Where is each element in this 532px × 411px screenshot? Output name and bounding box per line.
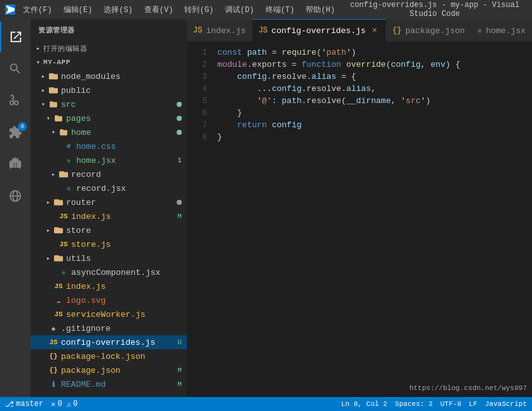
tree-item-index.js-router[interactable]: JSindex.jsM xyxy=(31,209,187,223)
tree-item-package.json[interactable]: {}package.jsonM xyxy=(31,363,187,377)
debug-activity-icon[interactable] xyxy=(0,149,31,179)
sidebar-content: 打开的编辑器 MY-APP node_modulespublicsrcpages… xyxy=(31,41,187,397)
tab-label-home.jsx: home.jsx xyxy=(486,26,526,36)
tree-item-record[interactable]: record xyxy=(31,167,187,181)
tree-icon-config-overrides.js: JS xyxy=(48,337,58,347)
open-editors-header[interactable]: 打开的编辑器 xyxy=(31,41,187,55)
tree-icon-logo.svg: ☁ xyxy=(53,295,64,305)
tree-label-pages: pages xyxy=(66,114,174,123)
encoding-label: UTF-8 xyxy=(440,400,461,408)
tree-icon-index.js-router: JS xyxy=(58,211,69,221)
tree-item-home.jsx[interactable]: ⚛home.jsx1 xyxy=(31,153,187,167)
extensions-badge: 4 xyxy=(18,122,27,131)
explorer-activity-icon[interactable] xyxy=(0,22,31,52)
tree-dot-router xyxy=(177,200,182,205)
tree-item-record.jsx[interactable]: ⚛record.jsx xyxy=(31,181,187,195)
tree-arrow-.gitignore xyxy=(38,323,48,333)
watermark: https://blog.csdn.net/wys997 xyxy=(409,384,527,392)
tab-close-config-overrides.js[interactable]: × xyxy=(369,25,379,36)
tree-item-config-overrides.js[interactable]: JSconfig-overrides.jsU xyxy=(31,335,187,349)
source-control-activity-icon[interactable] xyxy=(0,85,31,116)
status-left: ⎇ master ✕ 0 ⚠ 0 xyxy=(5,400,78,409)
cursor-position[interactable]: Ln 8, Col 2 xyxy=(341,400,388,408)
tree-badge-home.jsx: 1 xyxy=(177,157,182,164)
tree-dot-home xyxy=(177,130,182,135)
code-content[interactable]: const path = require('path')module.expor… xyxy=(212,41,532,397)
extensions-activity-icon[interactable]: 4 xyxy=(0,117,31,148)
tree-item-logo.svg[interactable]: ☁logo.svg xyxy=(31,293,187,307)
tab-icon-home.jsx: ⚛ xyxy=(477,26,482,36)
menu-item-t[interactable]: 终端(T) xyxy=(261,2,300,18)
line-ending[interactable]: LF xyxy=(469,400,477,408)
tree-item-home.css[interactable]: #home.css xyxy=(31,139,187,153)
tab-package.json[interactable]: {}package.json xyxy=(386,19,471,41)
tree-item-.gitignore[interactable]: ◈.gitignore xyxy=(31,321,187,335)
tree-item-utils[interactable]: utils xyxy=(31,251,187,265)
tree-item-router[interactable]: router xyxy=(31,195,187,209)
tree-icon-serviceWorker.js: JS xyxy=(53,309,64,319)
tree-item-store[interactable]: store xyxy=(31,223,187,237)
tree-item-node_modules[interactable]: node_modules xyxy=(31,69,187,83)
tree-badge-index.js-router: M xyxy=(177,212,182,220)
errors-warnings[interactable]: ✕ 0 ⚠ 0 xyxy=(51,400,78,409)
tree-item-index.js[interactable]: JSindex.js xyxy=(31,279,187,293)
menu-item-v[interactable]: 查看(V) xyxy=(139,2,179,18)
code-line-5: '@': path.resolve(__dirname, 'src') xyxy=(217,95,532,107)
tab-label-package.json: package.json xyxy=(406,26,465,36)
tree-arrow-node_modules xyxy=(38,71,48,81)
error-count: 0 xyxy=(57,400,62,408)
line-number-4: 4 xyxy=(192,83,207,95)
tree-item-home[interactable]: home xyxy=(31,125,187,139)
indentation[interactable]: Spaces: 2 xyxy=(395,400,432,408)
language-mode[interactable]: JavaScript xyxy=(485,400,527,408)
tree-item-src[interactable]: src xyxy=(31,97,187,111)
error-icon: ✕ xyxy=(51,400,55,409)
menu-item-s[interactable]: 选择(S) xyxy=(99,2,138,18)
tree-item-pages[interactable]: pages xyxy=(31,111,187,125)
tree-icon-store xyxy=(53,225,64,235)
tree-label-store: store xyxy=(66,226,182,235)
tree-badge-config-overrides.js: U xyxy=(177,338,182,346)
line-number-1: 1 xyxy=(192,46,207,59)
tree-item-store.js[interactable]: JSstore.js xyxy=(31,237,187,251)
encoding[interactable]: UTF-8 xyxy=(440,400,461,408)
tree-dot-pages xyxy=(177,116,182,121)
menu-item-d[interactable]: 调试(D) xyxy=(220,2,259,18)
tab-index.js[interactable]: JSindex.js xyxy=(187,19,252,41)
remote-activity-icon[interactable] xyxy=(0,181,31,211)
tree-label-node_modules: node_modules xyxy=(61,72,182,81)
tree-arrow-README.md xyxy=(38,379,48,389)
menu-item-g[interactable]: 转到(G) xyxy=(179,2,219,18)
warning-count: 0 xyxy=(73,400,78,408)
tree-item-asyncComponent.jsx[interactable]: ⚛asyncComponent.jsx xyxy=(31,265,187,279)
git-branch[interactable]: ⎇ master xyxy=(5,400,43,409)
tree-dot-src xyxy=(177,102,182,107)
tree-arrow-index.js xyxy=(43,281,53,291)
tree-label-utils: utils xyxy=(66,254,182,263)
editor-content[interactable]: 12345678 const path = require('path')mod… xyxy=(187,41,532,397)
tree-arrow-router xyxy=(43,197,53,207)
tab-config-overrides.js[interactable]: JSconfig-overrides.js× xyxy=(252,19,386,41)
menu-item-e[interactable]: 编辑(E) xyxy=(58,2,98,18)
line-number-6: 6 xyxy=(192,107,207,119)
app-icon xyxy=(5,4,15,15)
tree-label-record.jsx: record.jsx xyxy=(76,184,182,193)
code-line-2: module.exports = function override(confi… xyxy=(217,59,532,71)
open-editors-arrow xyxy=(33,43,43,53)
tree-item-package-lock.json[interactable]: {}package-lock.json xyxy=(31,349,187,363)
tab-home.jsx[interactable]: ⚛home.jsx xyxy=(471,19,532,41)
menu-item-f[interactable]: 文件(F) xyxy=(18,2,57,18)
project-root-header[interactable]: MY-APP xyxy=(31,55,187,69)
open-editors-label: 打开的编辑器 xyxy=(43,44,182,53)
search-activity-icon[interactable] xyxy=(0,53,31,84)
tree-arrow-package.json xyxy=(38,365,48,375)
file-tree: node_modulespublicsrcpageshome#home.css⚛… xyxy=(31,69,187,391)
tree-item-README.md[interactable]: ℹREADME.mdM xyxy=(31,377,187,391)
menu-item-h[interactable]: 帮助(H) xyxy=(301,2,340,18)
menu-bar[interactable]: 文件(F)编辑(E)选择(S)查看(V)转到(G)调试(D)终端(T)帮助(H) xyxy=(18,2,340,18)
tree-label-record: record xyxy=(71,170,182,179)
window-title: config-overrides.js - my-app - Visual St… xyxy=(343,1,527,18)
tree-item-public[interactable]: public xyxy=(31,83,187,97)
tree-icon-package-lock.json: {} xyxy=(48,351,58,361)
tree-item-serviceWorker.js[interactable]: JSserviceWorker.js xyxy=(31,307,187,321)
